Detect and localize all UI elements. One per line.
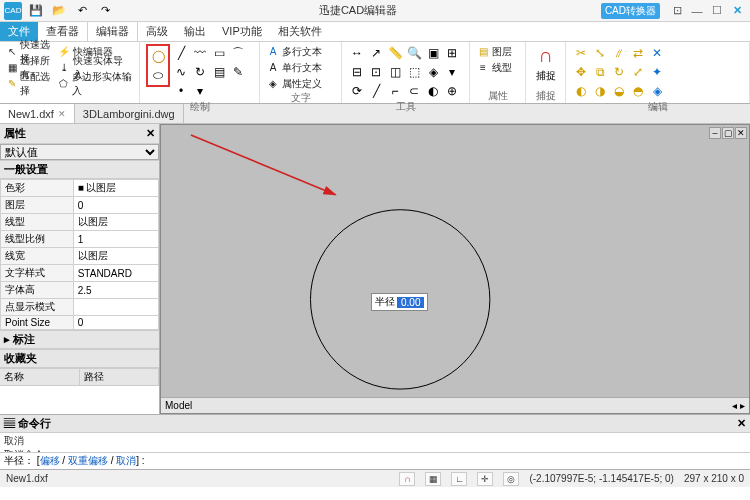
command-input[interactable]: 半径： [偏移 / 双重偏移 / 取消] : (0, 452, 750, 469)
tool-d-icon[interactable]: ⬚ (406, 64, 422, 80)
single-text-button[interactable]: A单行文本 (266, 60, 322, 75)
edit-erase-icon[interactable]: ✕ (649, 45, 665, 61)
measure-icon[interactable]: 📏 (387, 45, 403, 61)
cmd-link-double-offset[interactable]: 双重偏移 (68, 455, 108, 466)
tool-b-icon[interactable]: ⊡ (368, 64, 384, 80)
radius-label: 半径 (375, 295, 395, 309)
undo-icon[interactable]: ↶ (74, 3, 90, 19)
line-tool-icon[interactable]: ╱ (173, 45, 189, 61)
rect-tool-icon[interactable]: ▭ (211, 45, 227, 61)
open-icon[interactable]: 📂 (51, 3, 67, 19)
tool-k-icon[interactable]: ◐ (425, 83, 441, 99)
pen-tool-icon[interactable]: ✎ (230, 64, 246, 80)
linetype-button[interactable]: ≡线型 (476, 60, 512, 75)
tool-c-icon[interactable]: ◫ (387, 64, 403, 80)
edit-b-icon[interactable]: ◑ (592, 83, 608, 99)
cad-converter-button[interactable]: CAD转换器 (601, 3, 660, 19)
help-icon[interactable]: ⊡ (668, 3, 686, 19)
ellipse-tool-icon[interactable]: ⬭ (150, 67, 166, 83)
doc-tab-2[interactable]: 3DLamborgini.dwg (75, 104, 184, 123)
table-row: 点显示模式 (1, 299, 159, 316)
edit-mirror-icon[interactable]: ⇄ (630, 45, 646, 61)
poly-entity-button[interactable]: ⬠多边形实体输入 (57, 76, 133, 91)
radius-value[interactable]: 0.00 (397, 297, 424, 308)
inspect-icon[interactable]: 🔍 (406, 45, 422, 61)
layers-button[interactable]: ▤图层 (476, 44, 512, 59)
highlighted-tools: ◯ ⬭ (146, 44, 170, 87)
cmd-link-offset[interactable]: 偏移 (40, 455, 60, 466)
tab-close-icon[interactable]: ✕ (58, 109, 66, 119)
tool-e-icon[interactable]: ◈ (425, 64, 441, 80)
drawing-canvas[interactable]: – ▢ ✕ 半径 0.00 Model ◂ ▸ (160, 124, 750, 414)
layer-group-title: 属性 (476, 89, 519, 103)
radius-input-box[interactable]: 半径 0.00 (371, 293, 428, 311)
osnap-toggle-icon[interactable]: ◎ (503, 472, 519, 486)
tool-i-icon[interactable]: ⌐ (387, 83, 403, 99)
import-icon: ⤓ (57, 61, 71, 75)
default-combo[interactable]: 默认值 (0, 144, 159, 160)
tool-g-icon[interactable]: ⟳ (349, 83, 365, 99)
edit-extend-icon[interactable]: ⤡ (592, 45, 608, 61)
attr-def-button[interactable]: ◈属性定义 (266, 76, 322, 91)
redo-icon[interactable]: ↷ (97, 3, 113, 19)
annotation-section[interactable]: ▸ 标注 (0, 330, 159, 349)
rotate-tool-icon[interactable]: ↻ (192, 64, 208, 80)
insert-icon[interactable]: ⊞ (444, 45, 460, 61)
ribbon-group-snap: ∩ 捕捉 捕捉 (526, 42, 566, 103)
mtext-button[interactable]: A多行文本 (266, 44, 322, 59)
ribbon-group-draw: ◯ ⬭ ╱ 〰 ▭ ⌒ ∿ ↻ ▤ ✎ • (140, 42, 260, 103)
save-icon[interactable]: 💾 (28, 3, 44, 19)
maximize-icon[interactable]: ☐ (708, 3, 726, 19)
magnet-icon[interactable]: ∩ (538, 44, 552, 67)
polar-toggle-icon[interactable]: ✛ (477, 472, 493, 486)
close-icon[interactable]: ✕ (728, 3, 746, 19)
tool-l-icon[interactable]: ⊕ (444, 83, 460, 99)
minimize-icon[interactable]: — (688, 3, 706, 19)
panel-close-icon[interactable]: ✕ (146, 127, 155, 140)
match-select-button[interactable]: ✎匹配选择 (6, 76, 55, 91)
tool-f-icon[interactable]: ▾ (444, 64, 460, 80)
ribbon: ↖快速选择 ▦选择所有 ✎匹配选择 ⚡快编辑器 ⤓快速实体导入 ⬠多边形实体输入… (0, 42, 750, 104)
general-section: 一般设置 (0, 160, 159, 179)
edit-offset-icon[interactable]: ⫽ (611, 45, 627, 61)
edit-copy-icon[interactable]: ⧉ (592, 64, 608, 80)
edit-scale-icon[interactable]: ⤢ (630, 64, 646, 80)
menu-related[interactable]: 相关软件 (270, 22, 330, 41)
tool-j-icon[interactable]: ⊂ (406, 83, 422, 99)
table-row: 色彩■ 以图层 (1, 180, 159, 197)
canvas-scroll-icons[interactable]: ◂ ▸ (732, 400, 745, 411)
hatch-tool-icon[interactable]: ▤ (211, 64, 227, 80)
dimension-icon[interactable]: ↔ (349, 45, 365, 61)
spline-tool-icon[interactable]: ∿ (173, 64, 189, 80)
dropdown-icon[interactable]: ▾ (192, 83, 208, 99)
cmd-link-cancel[interactable]: 取消 (116, 455, 136, 466)
edit-trim-icon[interactable]: ✂ (573, 45, 589, 61)
menu-editor[interactable]: 编辑器 (87, 22, 138, 41)
circle-tool-icon[interactable]: ◯ (150, 48, 166, 64)
app-logo: CAD (4, 2, 22, 20)
edit-move-icon[interactable]: ✥ (573, 64, 589, 80)
tool-a-icon[interactable]: ⊟ (349, 64, 365, 80)
arc-tool-icon[interactable]: ⌒ (230, 45, 246, 61)
cmd-close-icon[interactable]: ✕ (737, 417, 746, 430)
menu-advanced[interactable]: 高级 (138, 22, 176, 41)
edit-explode-icon[interactable]: ✦ (649, 64, 665, 80)
ortho-toggle-icon[interactable]: ∟ (451, 472, 467, 486)
grid-toggle-icon[interactable]: ▦ (425, 472, 441, 486)
edit-d-icon[interactable]: ◓ (630, 83, 646, 99)
snap-toggle-icon[interactable]: ∩ (399, 472, 415, 486)
menu-output[interactable]: 输出 (176, 22, 214, 41)
edit-c-icon[interactable]: ◒ (611, 83, 627, 99)
point-tool-icon[interactable]: • (173, 83, 189, 99)
doc-tab-1[interactable]: New1.dxf✕ (0, 104, 75, 123)
leader-icon[interactable]: ↗ (368, 45, 384, 61)
edit-a-icon[interactable]: ◐ (573, 83, 589, 99)
edit-e-icon[interactable]: ◈ (649, 83, 665, 99)
polyline-tool-icon[interactable]: 〰 (192, 45, 208, 61)
menu-vip[interactable]: VIP功能 (214, 22, 270, 41)
status-paper: 297 x 210 x 0 (684, 473, 744, 484)
block-icon[interactable]: ▣ (425, 45, 441, 61)
tool-h-icon[interactable]: ╱ (368, 83, 384, 99)
model-tab[interactable]: Model (165, 400, 192, 411)
edit-rotate-icon[interactable]: ↻ (611, 64, 627, 80)
